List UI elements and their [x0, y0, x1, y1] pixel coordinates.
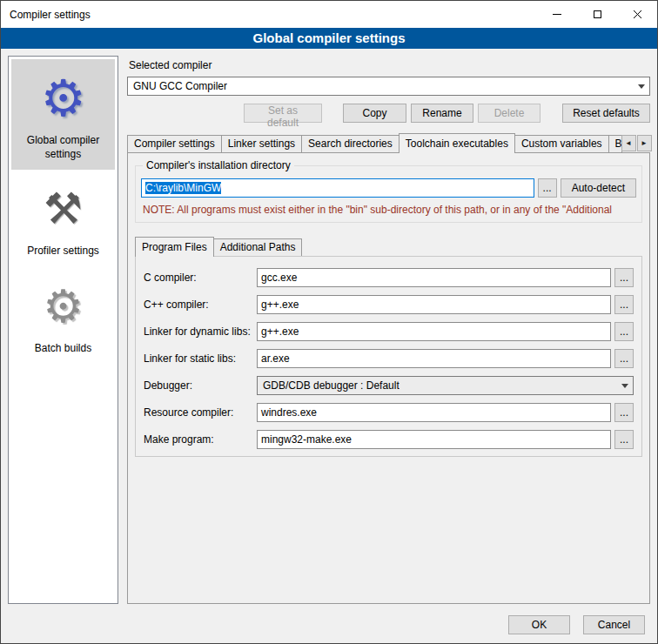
gear-icon: ⚙: [13, 66, 113, 131]
dynamic-linker-value: g++.exe: [261, 325, 299, 338]
make-program-browse-button[interactable]: ...: [614, 430, 634, 449]
sidebar-item-global-compiler-settings[interactable]: ⚙ Global compiler settings: [11, 59, 115, 170]
c-compiler-input[interactable]: gcc.exe: [257, 268, 611, 287]
static-linker-browse-button[interactable]: ...: [614, 349, 634, 368]
rename-button[interactable]: Rename: [411, 104, 473, 123]
c-compiler-browse-button[interactable]: ...: [614, 268, 634, 287]
settings-tabs: Compiler settings Linker settings Search…: [127, 133, 650, 152]
auto-detect-button[interactable]: Auto-detect: [561, 178, 636, 198]
titlebar: Compiler settings: [1, 1, 657, 28]
cpp-compiler-browse-button[interactable]: ...: [614, 295, 634, 314]
compiler-action-buttons: Set as default Copy Rename Delete Reset …: [127, 104, 650, 123]
resource-compiler-input[interactable]: windres.exe: [257, 403, 611, 422]
resource-compiler-label: Resource compiler:: [144, 406, 253, 419]
tab-scroll-buttons: ◄ ►: [621, 135, 652, 152]
tab-custom-variables[interactable]: Custom variables: [514, 135, 609, 152]
c-compiler-label: C compiler:: [144, 272, 253, 284]
form-row-static-linker: Linker for static libs: ar.exe ...: [144, 349, 634, 368]
installation-directory-group: Compiler's installation directory C:\ray…: [135, 165, 642, 223]
sidebar-item-batch-builds[interactable]: ⚙ Batch builds: [11, 267, 115, 365]
tab-program-files[interactable]: Program Files: [135, 237, 214, 257]
installation-directory-legend: Compiler's installation directory: [143, 159, 294, 171]
static-linker-value: ar.exe: [261, 352, 290, 365]
maximize-button[interactable]: [577, 1, 617, 28]
make-program-value: mingw32-make.exe: [261, 433, 352, 446]
form-row-make-program: Make program: mingw32-make.exe ...: [144, 430, 634, 449]
sidebar-item-label: Profiler settings: [13, 241, 113, 258]
cancel-button[interactable]: Cancel: [583, 615, 645, 634]
titlebar-buttons: [537, 1, 657, 28]
form-row-debugger: Debugger: GDB/CDB debugger : Default: [144, 376, 634, 395]
tab-scroll-right-icon[interactable]: ►: [637, 135, 652, 151]
make-program-input[interactable]: mingw32-make.exe: [257, 430, 611, 449]
copy-button[interactable]: Copy: [343, 104, 406, 123]
tab-compiler-settings[interactable]: Compiler settings: [127, 135, 222, 152]
tab-scroll-left-icon[interactable]: ◄: [621, 135, 636, 151]
selected-compiler-dropdown[interactable]: GNU GCC Compiler: [127, 77, 650, 96]
minimize-icon: [553, 14, 561, 15]
bin-subdirectory-note: NOTE: All programs must exist either in …: [143, 204, 634, 216]
sidebar-item-profiler-settings[interactable]: ⚒ Profiler settings: [11, 170, 115, 267]
debugger-value: GDB/CDB debugger : Default: [263, 379, 400, 392]
cpp-compiler-label: C++ compiler:: [144, 299, 253, 311]
dynamic-linker-input[interactable]: g++.exe: [257, 322, 611, 341]
dynamic-linker-browse-button[interactable]: ...: [614, 322, 634, 341]
form-row-c-compiler: C compiler: gcc.exe ...: [144, 268, 634, 287]
minimize-button[interactable]: [537, 1, 577, 28]
page-title: Global compiler settings: [1, 28, 657, 49]
resource-compiler-value: windres.exe: [261, 406, 317, 419]
static-linker-label: Linker for static libs:: [144, 352, 253, 365]
main-content: Selected compiler GNU GCC Compiler Set a…: [127, 56, 650, 604]
c-compiler-value: gcc.exe: [261, 272, 297, 284]
ok-button[interactable]: OK: [508, 615, 570, 634]
set-as-default-button[interactable]: Set as default: [244, 104, 322, 123]
selected-compiler-value: GNU GCC Compiler: [133, 80, 227, 92]
toolchain-executables-panel: Compiler's installation directory C:\ray…: [127, 152, 650, 604]
form-row-cpp-compiler: C++ compiler: g++.exe ...: [144, 295, 634, 314]
delete-button[interactable]: Delete: [478, 104, 540, 123]
selected-compiler-label: Selected compiler: [129, 59, 650, 71]
chevron-down-icon: [634, 77, 649, 95]
debugger-label: Debugger:: [144, 379, 253, 392]
sidebar-item-label: Global compiler settings: [13, 131, 113, 161]
form-row-dynamic-linker: Linker for dynamic libs: g++.exe ...: [144, 322, 634, 341]
install-dir-input[interactable]: C:\raylib\MinGW: [141, 178, 534, 198]
static-linker-input[interactable]: ar.exe: [257, 349, 611, 368]
cpp-compiler-value: g++.exe: [261, 299, 299, 311]
window-title: Compiler settings: [1, 9, 91, 21]
tab-toolchain-executables[interactable]: Toolchain executables: [399, 133, 515, 153]
program-files-tabs: Program Files Additional Paths: [135, 237, 642, 256]
profiler-tool-icon: ⚒: [13, 177, 113, 241]
program-files-panel: C compiler: gcc.exe ... C++ compiler: g+…: [135, 256, 642, 457]
chevron-down-icon: [617, 377, 633, 394]
installation-directory-row: C:\raylib\MinGW ... Auto-detect: [141, 178, 636, 198]
make-program-label: Make program:: [144, 433, 253, 446]
dynamic-linker-label: Linker for dynamic libs:: [144, 325, 253, 338]
debugger-select[interactable]: GDB/CDB debugger : Default: [257, 376, 634, 395]
tab-additional-paths[interactable]: Additional Paths: [213, 238, 303, 256]
sidebar-item-label: Batch builds: [13, 339, 113, 356]
close-button[interactable]: [617, 1, 657, 28]
resource-compiler-browse-button[interactable]: ...: [614, 403, 634, 422]
maximize-icon: [594, 10, 601, 18]
sidebar: ⚙ Global compiler settings ⚒ Profiler se…: [8, 56, 118, 604]
install-dir-browse-button[interactable]: ...: [538, 178, 557, 198]
dialog-body: ⚙ Global compiler settings ⚒ Profiler se…: [1, 49, 657, 611]
install-dir-value: C:\raylib\MinGW: [145, 182, 221, 194]
tab-search-directories[interactable]: Search directories: [301, 135, 400, 152]
cpp-compiler-input[interactable]: g++.exe: [257, 295, 611, 314]
close-icon: [633, 10, 642, 19]
tab-linker-settings[interactable]: Linker settings: [221, 135, 302, 152]
tab-build-options[interactable]: Buil: [608, 135, 622, 152]
batch-gears-icon: ⚙: [13, 274, 113, 339]
compiler-settings-window: Compiler settings Global compiler settin…: [0, 0, 658, 644]
dialog-footer: OK Cancel: [1, 611, 657, 643]
reset-defaults-button[interactable]: Reset defaults: [562, 104, 650, 123]
program-files-section: Program Files Additional Paths C compile…: [135, 237, 642, 457]
form-row-resource-compiler: Resource compiler: windres.exe ...: [144, 403, 634, 422]
